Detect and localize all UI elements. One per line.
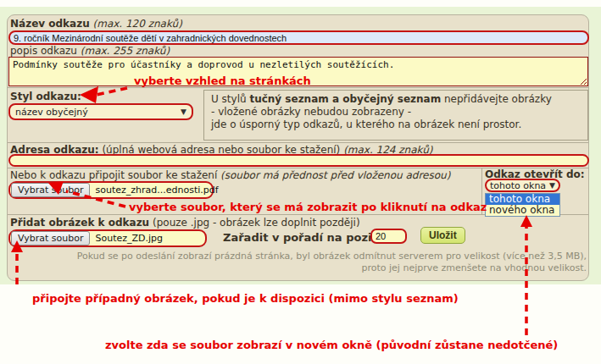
open-in-select-value: tohoto okna	[490, 180, 546, 191]
add-image-hint: (pouze .jpg - obrázek lze doplnit pozděj…	[153, 217, 360, 229]
name-label: Název odkazu (max. 120 znaků)	[10, 18, 182, 30]
add-image-label: Přidat obrázek k odkazu (pouze .jpg - ob…	[10, 217, 360, 229]
server-note-line2: proto jej nejprve zmenšete na vhodnou ve…	[362, 262, 587, 273]
name-input[interactable]	[8, 30, 589, 45]
style-note-line2: - vložené obrázky nebudou zobrazeny -	[211, 106, 581, 119]
dropdown-option-new-window[interactable]: nového okna	[486, 205, 559, 216]
style-select-value: název obyčejný	[15, 107, 88, 118]
choose-image-button[interactable]: Vybrat soubor	[11, 231, 90, 245]
style-note-bold: tučný seznam a obyčejný seznam	[249, 93, 441, 105]
attach-file-hint: (soubor má přednost před vloženou adreso…	[220, 169, 450, 181]
attach-file-label-text: Nebo k odkazu připojit soubor ke stažení	[10, 169, 220, 181]
annotation-file: vyberte soubor, který se má zobrazit po …	[129, 201, 487, 213]
link-edit-form-page: Název odkazu (max. 120 znaků) popis odka…	[0, 0, 601, 364]
name-max-hint: (max. 120 znaků)	[93, 18, 182, 30]
resize-handle-icon[interactable]	[579, 77, 587, 85]
description-max-hint: (max. 255 znaků)	[81, 45, 170, 57]
chosen-image-filename: Soutez_ZD.jpg	[95, 233, 163, 244]
style-note: U stylů tučný seznam a obyčejný seznam n…	[203, 90, 588, 141]
annotation-image: připojte případný obrázek, pokud je k di…	[32, 292, 459, 305]
style-label: Styl odkazu:	[10, 91, 81, 102]
open-in-dropdown: tohoto okna nového okna	[485, 193, 560, 217]
description-label-text: popis odkazu	[10, 45, 77, 57]
annotation-style: vyberte vzhled na stránkách	[134, 74, 311, 87]
style-note-prefix: U stylů	[211, 93, 249, 105]
section-divider	[8, 87, 588, 88]
attach-file-label: Nebo k odkazu připojit soubor ke stažení…	[10, 169, 450, 181]
chosen-filename: soutez_zhrad...ednosti.pdf	[95, 185, 218, 196]
file-input-image[interactable]: Vybrat soubor Soutez_ZD.jpg	[8, 229, 207, 247]
chevron-down-icon: ▼	[549, 181, 555, 190]
chevron-down-icon: ▼	[181, 108, 186, 116]
save-button[interactable]: Uložit	[420, 227, 465, 244]
description-label: popis odkazu (max. 255 znaků)	[10, 45, 170, 57]
style-select[interactable]: název obyčejný ▼	[8, 103, 193, 120]
position-input[interactable]	[370, 229, 407, 244]
style-note-suffix: nepřidávejte obrázky	[441, 93, 552, 105]
file-input-download[interactable]: Vybrat soubor soutez_zhrad...ednosti.pdf	[8, 181, 214, 199]
add-image-label-text: Přidat obrázek k odkazu	[10, 217, 149, 229]
position-label: Zařadit v pořadí na pozici:	[223, 231, 387, 244]
open-in-select[interactable]: tohoto okna ▼	[485, 179, 560, 192]
style-note-line1: U stylů tučný seznam a obyčejný seznam n…	[211, 93, 581, 106]
address-input[interactable]	[8, 154, 589, 167]
style-note-line3: jde o úsporný typ odkazů, u kterého na o…	[211, 119, 581, 131]
name-label-text: Název odkazu	[10, 18, 90, 30]
section-divider	[8, 142, 588, 143]
annotation-window: zvolte zda se soubor zobrazí v novém okn…	[105, 339, 558, 351]
choose-file-button[interactable]: Vybrat soubor	[11, 183, 90, 197]
server-note-line1: Pokud se po odeslání zobrazí prázdná str…	[77, 251, 587, 262]
